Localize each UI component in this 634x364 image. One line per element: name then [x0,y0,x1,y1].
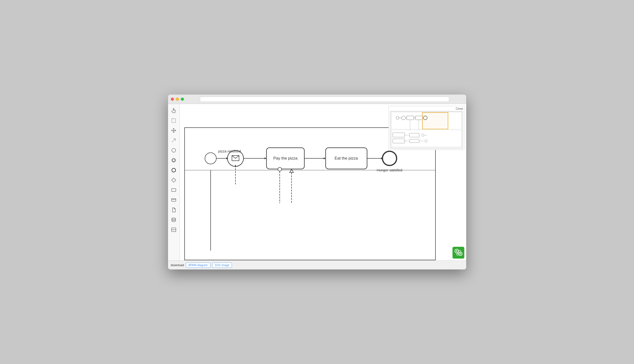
minimize-button[interactable] [176,98,179,101]
svg-point-67 [460,254,461,254]
svg-rect-60 [409,139,419,142]
download-label: download [171,263,184,267]
bottom-bar: download BPMN diagram SVG image [168,260,466,270]
svg-rect-54 [393,139,405,143]
svg-point-1 [172,148,176,152]
svg-point-4 [172,168,176,172]
minimap-header: Close [390,107,463,110]
svg-point-26 [278,167,282,171]
database-tool[interactable] [169,216,178,224]
svg-rect-44 [406,116,414,120]
svg-rect-41 [391,130,462,147]
svg-rect-56 [409,133,419,137]
selection-tool[interactable] [169,116,178,125]
minimap-content [390,111,463,149]
svg-point-62 [425,140,427,142]
canvas-area[interactable]: pizza received Pay the pizza [180,104,466,260]
svg-text:Hunger satisfied: Hunger satisfied [376,168,402,172]
svg-rect-0 [172,119,176,122]
svg-text:Eat the pizza: Eat the pizza [334,156,358,160]
svg-rect-45 [415,116,423,120]
svg-download-button[interactable]: SVG image [212,262,232,268]
minimap: Close [389,106,464,150]
app-window: pizza received Pay the pizza [168,94,466,270]
svg-text:pizza received: pizza received [218,149,241,153]
svg-point-3 [172,159,175,162]
circle-double-tool[interactable] [169,156,178,164]
svg-point-9 [172,218,176,219]
app-logo [453,247,464,258]
close-button[interactable] [171,98,174,101]
maximize-button[interactable] [181,98,184,101]
bpmn-download-button[interactable]: BPMN diagram [186,262,210,268]
svg-point-42 [396,116,399,119]
svg-point-65 [456,250,458,252]
toolbar [168,104,180,260]
svg-point-36 [382,151,397,166]
svg-rect-53 [393,133,405,137]
data-store-tool[interactable] [169,196,178,204]
svg-marker-20 [235,165,237,167]
diamond-tool[interactable] [169,176,178,184]
svg-marker-27 [290,169,293,172]
svg-rect-7 [171,198,176,202]
url-bar[interactable] [200,97,449,102]
svg-point-43 [402,116,405,120]
circle-thin-tool[interactable] [169,146,178,154]
move-tool[interactable] [169,126,178,135]
titlebar [168,94,466,104]
main-content: pizza received Pay the pizza [168,104,466,260]
pool-tool[interactable] [169,226,178,234]
hand-tool[interactable] [169,106,178,115]
svg-point-57 [421,134,424,136]
svg-point-14 [205,153,216,164]
svg-marker-5 [171,178,176,182]
svg-text:Pay the pizza: Pay the pizza [273,156,297,160]
document-tool[interactable] [169,206,178,214]
circle-filled-tool[interactable] [169,166,178,174]
minimap-close-button[interactable]: Close [456,107,463,110]
svg-rect-6 [171,188,176,192]
svg-rect-63 [453,247,464,258]
arrow-tool[interactable] [169,136,178,145]
minimap-viewport-indicator [422,112,448,129]
rectangle-tool[interactable] [169,186,178,194]
